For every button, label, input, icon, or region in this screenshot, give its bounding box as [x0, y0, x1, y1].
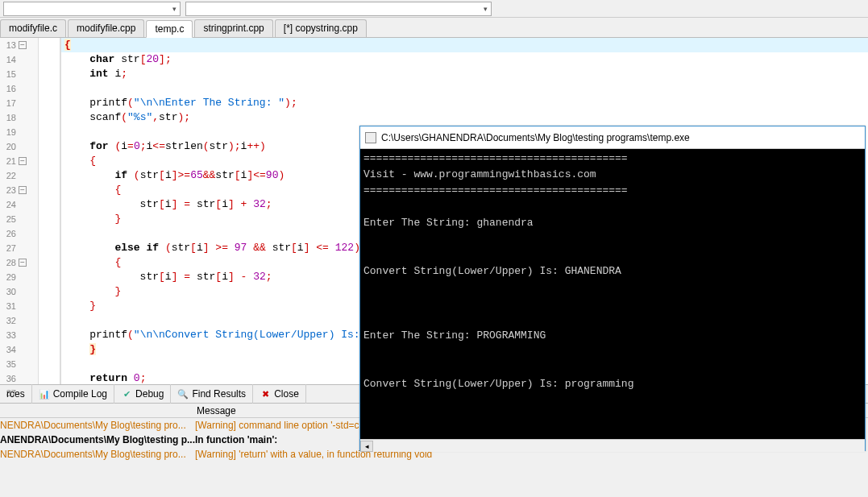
console-scrollbar[interactable]: ◂: [360, 439, 865, 452]
tab-label: rces: [6, 388, 25, 400]
scroll-left-icon[interactable]: ◂: [360, 441, 373, 452]
tab-find-results[interactable]: 🔍Find Results: [171, 384, 253, 404]
tab-bar: modifyfile.cmodifyfile.cpptemp.cstringpr…: [0, 18, 868, 38]
app-icon: [365, 132, 376, 143]
tab-label: Find Results: [192, 388, 246, 400]
console-title-text: C:\Users\GHANENDRA\Documents\My Blog\tes…: [381, 132, 690, 143]
tab-compile-log[interactable]: 📊Compile Log: [32, 384, 114, 404]
bar-chart-icon: 📊: [39, 388, 50, 400]
file-tab[interactable]: stringprint.cpp: [194, 19, 272, 37]
console-window[interactable]: C:\Users\GHANENDRA\Documents\My Blog\tes…: [359, 126, 866, 451]
file-tab[interactable]: [*] copystring.cpp: [275, 19, 367, 37]
check-icon: ✔: [121, 388, 132, 400]
console-output[interactable]: ========================================…: [360, 149, 865, 439]
console-titlebar[interactable]: C:\Users\GHANENDRA\Documents\My Blog\tes…: [360, 126, 865, 149]
toolbar: ▾ ▾: [0, 0, 868, 18]
combo-1[interactable]: ▾: [3, 2, 181, 16]
file-tab[interactable]: temp.c: [146, 20, 193, 38]
search-icon: 🔍: [177, 388, 189, 400]
tab-close[interactable]: ✖Close: [253, 384, 306, 404]
chevron-down-icon: ▾: [484, 5, 488, 13]
combo-2[interactable]: ▾: [185, 2, 492, 16]
close-icon: ✖: [260, 388, 271, 400]
fold-gutter: [39, 38, 61, 384]
message-header-label: Message: [195, 405, 236, 416]
tab-label: Debug: [135, 388, 164, 400]
tab-label: Close: [274, 388, 299, 400]
line-gutter: 13−1415161718192021−2223−2425262728−2930…: [0, 38, 39, 384]
tab-label: Compile Log: [53, 388, 107, 400]
file-tab[interactable]: modifyfile.cpp: [68, 19, 144, 37]
file-tab[interactable]: modifyfile.c: [0, 19, 66, 37]
chevron-down-icon: ▾: [172, 5, 177, 13]
tab-debug[interactable]: ✔Debug: [114, 384, 171, 404]
tab-resources[interactable]: rces: [0, 384, 32, 404]
